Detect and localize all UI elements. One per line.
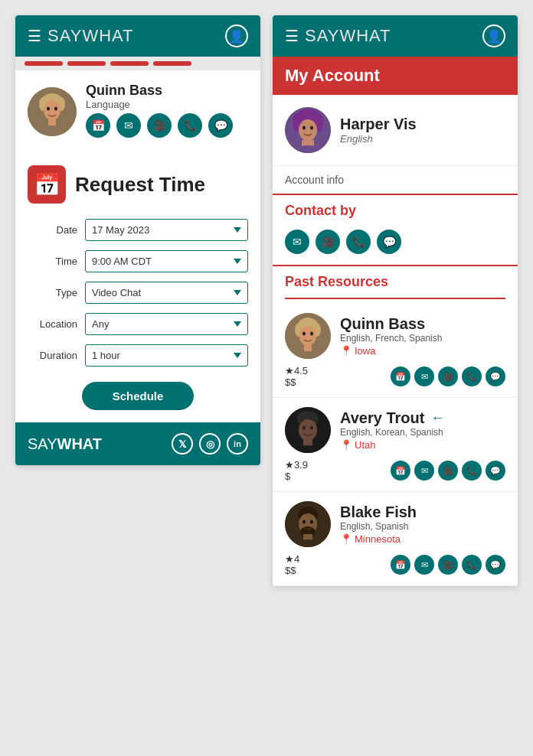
right-logo-say: SAY — [305, 26, 339, 45]
avery-chat-icon[interactable]: 💬 — [486, 461, 505, 481]
email-icon-btn[interactable]: ✉ — [116, 113, 141, 138]
account-info-label: Account info — [285, 174, 344, 186]
svg-point-31 — [310, 426, 313, 430]
blake-name: Blake Fish — [340, 503, 505, 521]
svg-point-13 — [299, 119, 317, 141]
account-profile-section: Harper Vis English — [273, 95, 518, 166]
left-panel: ☰ SAYWHAT 👤 — [15, 15, 260, 465]
left-footer: SAYWHAT 𝕏 ◎ in — [15, 422, 260, 465]
social-icons: 𝕏 ◎ in — [172, 433, 248, 455]
blake-phone-icon[interactable]: 📞 — [462, 555, 482, 575]
blake-langs: English, Spanish — [340, 521, 505, 532]
quinn-email-icon[interactable]: ✉ — [414, 367, 434, 386]
account-info-row[interactable]: Account info — [273, 166, 518, 195]
svg-rect-7 — [48, 119, 56, 125]
svg-rect-32 — [303, 440, 312, 446]
profile-icon-right[interactable]: 👤 — [482, 24, 505, 47]
form-row-time: Time 9:00 AM CDT — [28, 250, 248, 272]
blake-resource-info: Blake Fish English, Spanish 📍 Minnesota — [340, 503, 505, 545]
video-icon-btn[interactable]: 🎥 — [147, 113, 172, 138]
blake-email-icon[interactable]: ✉ — [414, 555, 434, 575]
blake-video-icon[interactable]: 🎥 — [438, 555, 458, 575]
dash-4 — [153, 61, 191, 66]
twitter-icon[interactable]: 𝕏 — [172, 433, 193, 455]
quinn-location: 📍 Iowa — [340, 345, 505, 357]
duration-select[interactable]: 1 hour — [85, 344, 248, 367]
contact-video-icon[interactable]: 🎥 — [316, 230, 340, 254]
quinn-chat-icon[interactable]: 💬 — [486, 367, 505, 386]
profile-sub: Language — [86, 99, 233, 110]
form-row-location: Location Any — [28, 313, 248, 335]
svg-point-30 — [302, 426, 306, 430]
svg-point-29 — [299, 419, 317, 441]
footer-say: SAY — [28, 435, 57, 452]
avery-calendar-icon[interactable]: 📅 — [391, 461, 410, 481]
avery-action-icons: 📅 ✉ 🎥 📞 💬 — [391, 461, 505, 481]
type-label: Type — [28, 287, 85, 298]
quinn-calendar-icon[interactable]: 📅 — [391, 367, 410, 386]
date-select[interactable]: 17 May 2023 — [85, 219, 248, 241]
resource-card-blake: Blake Fish English, Spanish 📍 Minnesota … — [273, 492, 518, 586]
avery-phone-icon[interactable]: 📞 — [462, 461, 482, 481]
type-select[interactable]: Video Chat — [85, 282, 248, 304]
svg-point-15 — [310, 126, 313, 130]
blake-location: 📍 Minnesota — [340, 533, 505, 545]
quinn-phone-icon[interactable]: 📞 — [462, 367, 482, 386]
hamburger-icon[interactable]: ☰ — [28, 27, 41, 45]
location-select[interactable]: Any — [85, 313, 248, 335]
avery-location: 📍 Utah — [340, 439, 505, 451]
duration-label: Duration — [28, 350, 85, 361]
contact-by-section: Contact by — [273, 195, 518, 222]
request-time-section: 📅 Request Time Date 17 May 2023 Time 9:0… — [15, 153, 260, 422]
calendar-icon-btn[interactable]: 📅 — [86, 113, 110, 138]
schedule-button[interactable]: Schedule — [82, 382, 195, 410]
time-select[interactable]: 9:00 AM CDT — [85, 250, 248, 272]
avery-email-icon[interactable]: ✉ — [414, 461, 434, 481]
quinn-action-icons: 📅 ✉ 🎥 📞 💬 — [391, 367, 505, 386]
contact-chat-icon[interactable]: 💬 — [377, 230, 401, 254]
app-logo-right: SAYWHAT — [305, 26, 391, 46]
account-user-lang: English — [340, 133, 417, 145]
blake-calendar-icon[interactable]: 📅 — [391, 555, 410, 575]
request-time-header: 📅 Request Time — [28, 165, 248, 204]
logo-what-left: WHAT — [82, 26, 133, 45]
quinn-avatar — [28, 87, 77, 136]
red-dashes-left — [15, 57, 260, 70]
contact-phone-icon[interactable]: 📞 — [346, 230, 371, 254]
linkedin-icon[interactable]: in — [227, 433, 248, 455]
time-label: Time — [28, 256, 85, 267]
dash-3 — [110, 61, 149, 66]
my-account-title: My Account — [285, 66, 380, 85]
quinn-video-icon[interactable]: 🎥 — [438, 367, 458, 386]
blake-action-icons: 📅 ✉ 🎥 📞 💬 — [391, 555, 505, 575]
chat-icon-btn[interactable]: 💬 — [208, 113, 233, 138]
quinn-name: Quinn Bass — [340, 315, 505, 333]
blake-meta: ★4 $$ 📅 ✉ 🎥 📞 💬 — [285, 553, 505, 576]
right-header-left: ☰ SAYWHAT — [285, 26, 391, 46]
instagram-icon[interactable]: ◎ — [199, 433, 221, 455]
quinn-resource-avatar — [285, 313, 331, 359]
blake-rating: ★4 $$ — [285, 553, 299, 576]
svg-rect-25 — [304, 345, 312, 351]
right-header: ☰ SAYWHAT 👤 — [273, 15, 518, 57]
phone-icon-btn[interactable]: 📞 — [178, 113, 202, 138]
resource-card-quinn: Quinn Bass English, French, Spanish 📍 Io… — [273, 304, 518, 398]
contact-icons-row: ✉ 🎥 📞 💬 — [273, 222, 518, 266]
profile-icon-left[interactable]: 👤 — [225, 24, 248, 47]
blake-chat-icon[interactable]: 💬 — [486, 555, 505, 575]
past-resources-title: Past Resources — [285, 274, 388, 289]
resource-top-blake: Blake Fish English, Spanish 📍 Minnesota — [285, 501, 505, 547]
contact-icon-row: ✉ 🎥 📞 💬 — [285, 226, 505, 257]
app-logo-left: SAYWHAT — [47, 26, 134, 46]
avery-meta: ★3.9 $ 📅 ✉ 🎥 📞 💬 — [285, 459, 505, 482]
harper-avatar — [285, 107, 331, 153]
contact-email-icon[interactable]: ✉ — [285, 230, 309, 254]
right-hamburger-icon[interactable]: ☰ — [285, 27, 299, 45]
avery-resource-info: Avery Trout ← English, Korean, Spanish 📍… — [340, 409, 505, 451]
avery-video-icon[interactable]: 🎥 — [438, 461, 458, 481]
svg-point-23 — [302, 332, 306, 336]
location-label: Location — [28, 318, 85, 330]
svg-point-6 — [54, 107, 57, 111]
account-user-name: Harper Vis — [340, 116, 417, 133]
calendar-icon-box: 📅 — [28, 165, 66, 204]
